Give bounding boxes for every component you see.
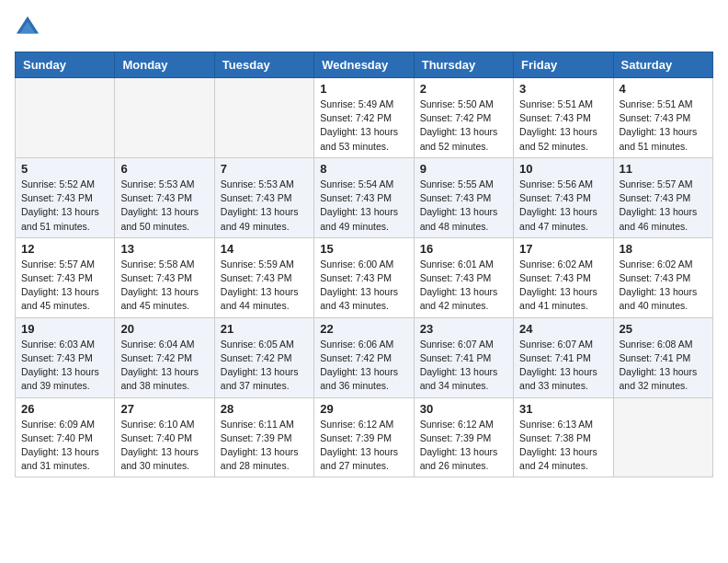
day-info: Sunrise: 5:56 AM Sunset: 7:43 PM Dayligh… xyxy=(519,178,607,234)
day-info: Sunrise: 6:06 AM Sunset: 7:42 PM Dayligh… xyxy=(320,338,407,394)
day-of-week-header: Tuesday xyxy=(214,52,313,78)
day-info: Sunrise: 6:12 AM Sunset: 7:39 PM Dayligh… xyxy=(320,418,407,474)
day-number: 5 xyxy=(21,162,108,176)
day-number: 22 xyxy=(320,322,407,336)
day-info: Sunrise: 6:08 AM Sunset: 7:41 PM Dayligh… xyxy=(620,338,707,394)
day-info: Sunrise: 6:05 AM Sunset: 7:42 PM Dayligh… xyxy=(221,338,308,394)
calendar-cell: 18Sunrise: 6:02 AM Sunset: 7:43 PM Dayli… xyxy=(613,237,712,317)
day-number: 11 xyxy=(620,162,707,176)
day-info: Sunrise: 6:02 AM Sunset: 7:43 PM Dayligh… xyxy=(519,258,607,314)
calendar-cell: 28Sunrise: 6:11 AM Sunset: 7:39 PM Dayli… xyxy=(214,397,313,477)
day-number: 19 xyxy=(21,322,108,336)
calendar-cell: 22Sunrise: 6:06 AM Sunset: 7:42 PM Dayli… xyxy=(314,317,414,397)
calendar-cell: 7Sunrise: 5:53 AM Sunset: 7:43 PM Daylig… xyxy=(214,157,313,237)
day-number: 4 xyxy=(620,82,707,96)
day-info: Sunrise: 6:11 AM Sunset: 7:39 PM Dayligh… xyxy=(221,418,308,474)
day-number: 28 xyxy=(221,402,308,416)
day-info: Sunrise: 5:52 AM Sunset: 7:43 PM Dayligh… xyxy=(21,178,108,234)
day-number: 6 xyxy=(120,162,208,176)
day-number: 13 xyxy=(120,242,208,256)
calendar-cell: 11Sunrise: 5:57 AM Sunset: 7:43 PM Dayli… xyxy=(613,157,712,237)
day-info: Sunrise: 5:54 AM Sunset: 7:43 PM Dayligh… xyxy=(320,178,407,234)
day-number: 29 xyxy=(320,402,407,416)
calendar-cell xyxy=(16,78,115,158)
day-of-week-header: Wednesday xyxy=(314,52,414,78)
day-number: 2 xyxy=(420,82,507,96)
calendar-cell: 4Sunrise: 5:51 AM Sunset: 7:43 PM Daylig… xyxy=(613,78,712,158)
calendar-cell: 30Sunrise: 6:12 AM Sunset: 7:39 PM Dayli… xyxy=(414,397,513,477)
calendar-cell xyxy=(613,397,712,477)
day-number: 24 xyxy=(519,322,607,336)
day-number: 12 xyxy=(21,242,108,256)
day-number: 16 xyxy=(420,242,507,256)
day-number: 10 xyxy=(519,162,607,176)
day-of-week-header: Saturday xyxy=(613,52,712,78)
day-info: Sunrise: 5:51 AM Sunset: 7:43 PM Dayligh… xyxy=(620,98,707,154)
day-info: Sunrise: 6:07 AM Sunset: 7:41 PM Dayligh… xyxy=(420,338,507,394)
day-number: 30 xyxy=(420,402,507,416)
calendar-cell: 17Sunrise: 6:02 AM Sunset: 7:43 PM Dayli… xyxy=(514,237,613,317)
day-number: 20 xyxy=(120,322,208,336)
calendar-cell: 6Sunrise: 5:53 AM Sunset: 7:43 PM Daylig… xyxy=(115,157,214,237)
logo-icon xyxy=(15,15,40,40)
calendar-cell: 31Sunrise: 6:13 AM Sunset: 7:38 PM Dayli… xyxy=(514,397,613,477)
day-of-week-header: Friday xyxy=(514,52,613,78)
calendar-cell: 16Sunrise: 6:01 AM Sunset: 7:43 PM Dayli… xyxy=(414,237,513,317)
day-of-week-header: Monday xyxy=(115,52,214,78)
day-info: Sunrise: 6:02 AM Sunset: 7:43 PM Dayligh… xyxy=(620,258,707,314)
day-info: Sunrise: 6:13 AM Sunset: 7:38 PM Dayligh… xyxy=(519,418,607,474)
calendar-cell: 27Sunrise: 6:10 AM Sunset: 7:40 PM Dayli… xyxy=(115,397,214,477)
calendar-cell xyxy=(214,78,313,158)
day-info: Sunrise: 5:49 AM Sunset: 7:42 PM Dayligh… xyxy=(320,98,407,154)
calendar-cell: 20Sunrise: 6:04 AM Sunset: 7:42 PM Dayli… xyxy=(115,317,214,397)
calendar-cell: 21Sunrise: 6:05 AM Sunset: 7:42 PM Dayli… xyxy=(214,317,313,397)
day-number: 1 xyxy=(320,82,407,96)
calendar-cell: 5Sunrise: 5:52 AM Sunset: 7:43 PM Daylig… xyxy=(16,157,115,237)
day-info: Sunrise: 5:57 AM Sunset: 7:43 PM Dayligh… xyxy=(620,178,707,234)
calendar-cell: 19Sunrise: 6:03 AM Sunset: 7:43 PM Dayli… xyxy=(16,317,115,397)
calendar-cell: 29Sunrise: 6:12 AM Sunset: 7:39 PM Dayli… xyxy=(314,397,414,477)
calendar-cell: 9Sunrise: 5:55 AM Sunset: 7:43 PM Daylig… xyxy=(414,157,513,237)
calendar-cell xyxy=(115,78,214,158)
day-info: Sunrise: 6:04 AM Sunset: 7:42 PM Dayligh… xyxy=(120,338,208,394)
calendar-cell: 3Sunrise: 5:51 AM Sunset: 7:43 PM Daylig… xyxy=(514,78,613,158)
day-info: Sunrise: 5:55 AM Sunset: 7:43 PM Dayligh… xyxy=(420,178,507,234)
day-number: 15 xyxy=(320,242,407,256)
day-info: Sunrise: 5:51 AM Sunset: 7:43 PM Dayligh… xyxy=(519,98,607,154)
day-number: 17 xyxy=(519,242,607,256)
day-info: Sunrise: 5:53 AM Sunset: 7:43 PM Dayligh… xyxy=(120,178,208,234)
day-number: 31 xyxy=(519,402,607,416)
calendar-cell: 12Sunrise: 5:57 AM Sunset: 7:43 PM Dayli… xyxy=(16,237,115,317)
day-info: Sunrise: 6:01 AM Sunset: 7:43 PM Dayligh… xyxy=(420,258,507,314)
logo xyxy=(15,15,44,40)
day-info: Sunrise: 5:50 AM Sunset: 7:42 PM Dayligh… xyxy=(420,98,507,154)
day-info: Sunrise: 5:57 AM Sunset: 7:43 PM Dayligh… xyxy=(21,258,108,314)
day-info: Sunrise: 5:53 AM Sunset: 7:43 PM Dayligh… xyxy=(221,178,308,234)
calendar-cell: 1Sunrise: 5:49 AM Sunset: 7:42 PM Daylig… xyxy=(314,78,414,158)
day-info: Sunrise: 6:10 AM Sunset: 7:40 PM Dayligh… xyxy=(120,418,208,474)
calendar-week-row: 19Sunrise: 6:03 AM Sunset: 7:43 PM Dayli… xyxy=(16,317,713,397)
day-number: 3 xyxy=(519,82,607,96)
day-info: Sunrise: 5:58 AM Sunset: 7:43 PM Dayligh… xyxy=(120,258,208,314)
calendar-cell: 25Sunrise: 6:08 AM Sunset: 7:41 PM Dayli… xyxy=(613,317,712,397)
calendar-cell: 8Sunrise: 5:54 AM Sunset: 7:43 PM Daylig… xyxy=(314,157,414,237)
day-number: 18 xyxy=(620,242,707,256)
day-info: Sunrise: 6:12 AM Sunset: 7:39 PM Dayligh… xyxy=(420,418,507,474)
day-number: 7 xyxy=(221,162,308,176)
calendar-week-row: 5Sunrise: 5:52 AM Sunset: 7:43 PM Daylig… xyxy=(16,157,713,237)
day-of-week-header: Thursday xyxy=(414,52,513,78)
day-info: Sunrise: 5:59 AM Sunset: 7:43 PM Dayligh… xyxy=(221,258,308,314)
day-info: Sunrise: 6:07 AM Sunset: 7:41 PM Dayligh… xyxy=(519,338,607,394)
calendar-cell: 2Sunrise: 5:50 AM Sunset: 7:42 PM Daylig… xyxy=(414,78,513,158)
calendar-cell: 26Sunrise: 6:09 AM Sunset: 7:40 PM Dayli… xyxy=(16,397,115,477)
day-number: 23 xyxy=(420,322,507,336)
day-info: Sunrise: 6:09 AM Sunset: 7:40 PM Dayligh… xyxy=(21,418,108,474)
calendar-week-row: 12Sunrise: 5:57 AM Sunset: 7:43 PM Dayli… xyxy=(16,237,713,317)
calendar-table: SundayMondayTuesdayWednesdayThursdayFrid… xyxy=(15,52,713,477)
calendar-cell: 10Sunrise: 5:56 AM Sunset: 7:43 PM Dayli… xyxy=(514,157,613,237)
calendar-cell: 23Sunrise: 6:07 AM Sunset: 7:41 PM Dayli… xyxy=(414,317,513,397)
calendar-week-row: 1Sunrise: 5:49 AM Sunset: 7:42 PM Daylig… xyxy=(16,78,713,158)
day-number: 25 xyxy=(620,322,707,336)
calendar-week-row: 26Sunrise: 6:09 AM Sunset: 7:40 PM Dayli… xyxy=(16,397,713,477)
day-number: 8 xyxy=(320,162,407,176)
